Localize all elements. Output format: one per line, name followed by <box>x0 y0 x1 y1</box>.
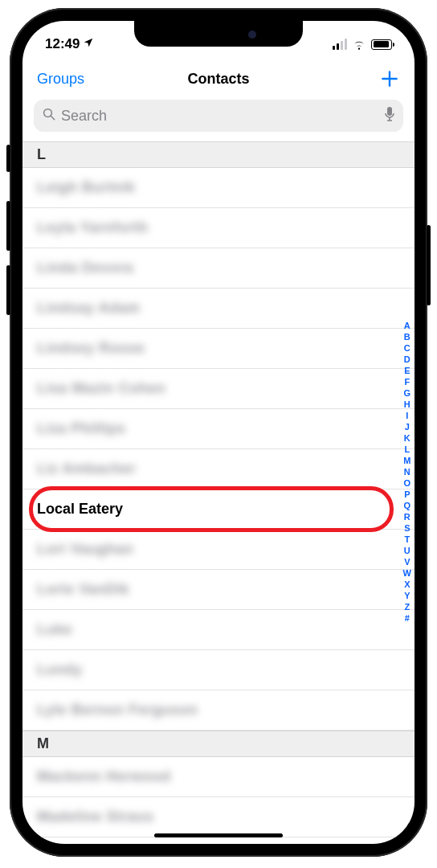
index-letter[interactable]: Y <box>404 590 410 601</box>
section-header: M <box>22 731 415 757</box>
index-letter[interactable]: B <box>404 331 410 342</box>
contact-name: Leyla Yarnforth <box>37 219 148 236</box>
contact-row[interactable]: Lorie VanDik <box>22 570 415 610</box>
contact-row[interactable]: Leyla Yarnforth <box>22 208 415 248</box>
index-letter[interactable]: J <box>405 421 410 432</box>
power-button[interactable] <box>427 225 431 305</box>
index-letter[interactable]: X <box>404 579 410 590</box>
search-input[interactable]: Search <box>34 100 403 132</box>
add-contact-button[interactable] <box>379 68 400 89</box>
contact-name: Linda Devora <box>37 260 133 276</box>
contact-row[interactable]: Lisa Mazin Cohen <box>22 369 415 409</box>
status-time: 12:49 <box>45 36 80 52</box>
home-indicator[interactable] <box>154 833 283 837</box>
contact-row[interactable]: Mackenn Herwood <box>22 757 415 797</box>
wifi-icon <box>352 39 366 50</box>
contact-name: Leigh Burtnik <box>37 179 136 196</box>
contact-name: Madeline Straus <box>37 809 154 825</box>
svg-line-1 <box>51 116 55 120</box>
contact-name: Lindsay Adam <box>37 300 140 317</box>
groups-button[interactable]: Groups <box>37 71 84 88</box>
contact-name: Lindsey Roose <box>37 340 145 357</box>
cellular-signal-icon <box>333 39 347 50</box>
index-letter[interactable]: V <box>404 556 410 567</box>
index-letter[interactable]: P <box>404 489 410 500</box>
contact-row[interactable]: Luke <box>22 610 415 650</box>
microphone-icon[interactable] <box>384 106 395 125</box>
index-letter[interactable]: R <box>404 511 410 522</box>
contact-row[interactable]: Linda Devora <box>22 248 415 289</box>
volume-down-button[interactable] <box>6 265 10 315</box>
index-letter[interactable]: M <box>403 455 410 466</box>
contact-row[interactable]: Liz Ambacher <box>22 449 415 489</box>
index-letter[interactable]: D <box>404 354 410 365</box>
volume-up-button[interactable] <box>6 201 10 251</box>
contact-name: Mackenn Herwood <box>37 768 171 785</box>
section-index[interactable]: ABCDEFGHIJKLMNOPQRSTUVWXYZ# <box>403 320 411 624</box>
contact-row[interactable]: Lundy <box>22 650 415 690</box>
contact-row[interactable]: Lindsey Roose <box>22 329 415 369</box>
contact-row[interactable]: Lyle Bernon Ferguson <box>22 690 415 731</box>
contact-row[interactable]: Local Eatery <box>22 489 415 530</box>
section-header: L <box>22 141 415 168</box>
contact-name: Lundy <box>37 661 83 678</box>
search-placeholder: Search <box>61 108 379 125</box>
contact-name: Lorie VanDik <box>37 581 129 598</box>
contacts-list[interactable]: LLeigh BurtnikLeyla YarnforthLinda Devor… <box>22 141 415 837</box>
contact-row[interactable]: Leigh Burtnik <box>22 168 415 208</box>
index-letter[interactable]: L <box>404 444 410 455</box>
phone-frame: 12:49 Groups Contacts <box>10 8 427 857</box>
search-container: Search <box>22 98 415 141</box>
contact-name: Lori Vaughan <box>37 541 133 558</box>
contact-row[interactable]: Lindsay Adam <box>22 289 415 329</box>
contact-name: Lyle Bernon Ferguson <box>37 702 198 719</box>
index-letter[interactable]: N <box>404 466 410 477</box>
index-letter[interactable]: A <box>404 320 410 331</box>
index-letter[interactable]: O <box>404 477 411 489</box>
contact-name: Luke <box>37 621 72 638</box>
index-letter[interactable]: W <box>403 567 411 579</box>
contact-name: Local Eatery <box>37 501 123 518</box>
contact-name: Lisa Mazin Cohen <box>37 380 165 397</box>
index-letter[interactable]: Z <box>404 601 410 612</box>
index-letter[interactable]: K <box>404 432 410 444</box>
index-letter[interactable]: T <box>404 534 410 545</box>
index-letter[interactable]: # <box>405 612 410 624</box>
index-letter[interactable]: F <box>404 376 410 387</box>
index-letter[interactable]: H <box>404 399 410 410</box>
svg-rect-2 <box>387 107 392 116</box>
nav-bar: Groups Contacts <box>22 59 415 98</box>
contact-name: Liza Phillips <box>37 420 126 437</box>
index-letter[interactable]: U <box>404 545 410 556</box>
index-letter[interactable]: C <box>404 342 410 354</box>
screen: 12:49 Groups Contacts <box>22 21 415 844</box>
search-icon <box>42 107 56 125</box>
notch <box>134 21 303 47</box>
contact-row[interactable]: Lori Vaughan <box>22 530 415 570</box>
contact-row[interactable]: Madeline Straus <box>22 797 415 837</box>
index-letter[interactable]: Q <box>404 500 411 511</box>
index-letter[interactable]: I <box>406 410 408 421</box>
contact-row[interactable]: Liza Phillips <box>22 409 415 449</box>
location-arrow-icon <box>83 36 94 52</box>
battery-icon <box>371 39 392 50</box>
index-letter[interactable]: G <box>404 387 411 399</box>
index-letter[interactable]: S <box>404 522 410 534</box>
index-letter[interactable]: E <box>404 365 410 376</box>
contact-name: Liz Ambacher <box>37 461 136 477</box>
mute-switch[interactable] <box>6 145 10 172</box>
